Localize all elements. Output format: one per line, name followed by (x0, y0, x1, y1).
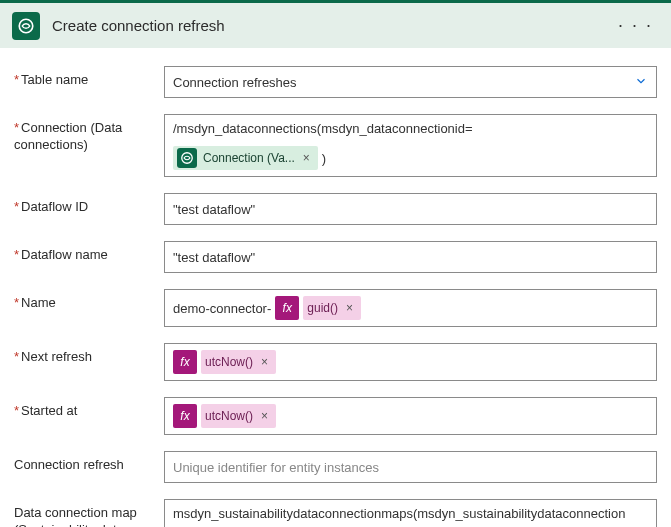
row-table-name: Table name Connection refreshes (14, 66, 657, 98)
utcnow-token-label: utcNow() (205, 355, 253, 369)
row-data-connection-map: Data connection map (Sustainability data… (14, 499, 657, 527)
fx-icon: fx (173, 404, 197, 428)
row-dataflow-id: Dataflow ID "test dataflow" (14, 193, 657, 225)
label-dataflow-id: Dataflow ID (14, 193, 164, 216)
fx-icon: fx (173, 350, 197, 374)
label-name: Name (14, 289, 164, 312)
more-options-button[interactable]: · · · (612, 15, 659, 36)
svg-point-0 (19, 19, 33, 33)
connection-token-label: Connection (Va... (203, 151, 295, 165)
guid-token-label: guid() (307, 301, 338, 315)
table-name-value: Connection refreshes (173, 75, 297, 90)
chevron-down-icon (634, 74, 648, 91)
data-map-line1: msdyn_sustainabilitydataconnectionmaps(m… (173, 506, 625, 521)
row-dataflow-name: Dataflow name "test dataflow" (14, 241, 657, 273)
remove-token-button[interactable]: × (259, 355, 270, 369)
name-field[interactable]: demo-connector- fx guid() × (164, 289, 657, 327)
remove-token-button[interactable]: × (301, 151, 312, 165)
label-table-name: Table name (14, 66, 164, 89)
connection-field[interactable]: /msdyn_dataconnections(msdyn_dataconnect… (164, 114, 657, 177)
connection-prefix: /msdyn_dataconnections(msdyn_dataconnect… (173, 121, 473, 136)
connection-token[interactable]: Connection (Va... × (173, 146, 318, 170)
data-connection-map-field[interactable]: msdyn_sustainabilitydataconnectionmaps(m… (164, 499, 657, 527)
remove-token-button[interactable]: × (259, 409, 270, 423)
row-connection-refresh: Connection refresh Unique identifier for… (14, 451, 657, 483)
guid-token[interactable]: guid() × (303, 296, 361, 320)
connection-suffix: ) (322, 151, 326, 166)
row-next-refresh: Next refresh fx utcNow() × (14, 343, 657, 381)
remove-token-button[interactable]: × (344, 301, 355, 315)
form-body: Table name Connection refreshes Connecti… (0, 48, 671, 527)
label-data-connection-map: Data connection map (Sustainability data (14, 499, 164, 527)
row-name: Name demo-connector- fx guid() × (14, 289, 657, 327)
next-refresh-field[interactable]: fx utcNow() × (164, 343, 657, 381)
dataflow-name-field[interactable]: "test dataflow" (164, 241, 657, 273)
panel-title: Create connection refresh (52, 17, 612, 34)
connection-refresh-placeholder: Unique identifier for entity instances (173, 460, 379, 475)
utcnow-token[interactable]: utcNow() × (201, 350, 276, 374)
panel-header: Create connection refresh · · · (0, 0, 671, 48)
label-started-at: Started at (14, 397, 164, 420)
svg-point-1 (182, 153, 193, 164)
connector-logo-icon (12, 12, 40, 40)
label-dataflow-name: Dataflow name (14, 241, 164, 264)
label-next-refresh: Next refresh (14, 343, 164, 366)
connection-refresh-field[interactable]: Unique identifier for entity instances (164, 451, 657, 483)
name-prefix: demo-connector- (173, 301, 271, 316)
row-started-at: Started at fx utcNow() × (14, 397, 657, 435)
fx-icon: fx (275, 296, 299, 320)
started-at-field[interactable]: fx utcNow() × (164, 397, 657, 435)
connector-logo-icon (177, 148, 197, 168)
label-connection-refresh: Connection refresh (14, 451, 164, 474)
utcnow-token[interactable]: utcNow() × (201, 404, 276, 428)
label-connection: Connection (Data connections) (14, 114, 164, 154)
table-name-select[interactable]: Connection refreshes (164, 66, 657, 98)
dataflow-id-field[interactable]: "test dataflow" (164, 193, 657, 225)
dataflow-name-value: "test dataflow" (173, 250, 255, 265)
row-connection: Connection (Data connections) /msdyn_dat… (14, 114, 657, 177)
utcnow-token-label: utcNow() (205, 409, 253, 423)
dataflow-id-value: "test dataflow" (173, 202, 255, 217)
